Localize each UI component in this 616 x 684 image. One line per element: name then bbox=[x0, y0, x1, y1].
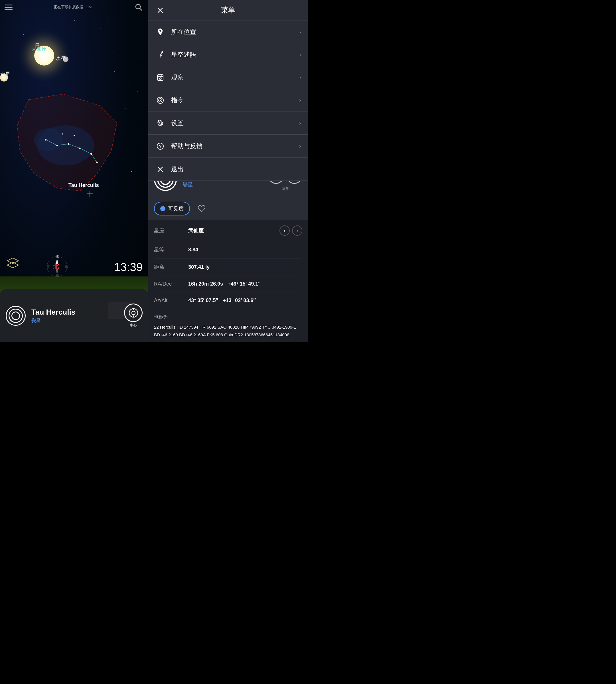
constellation-prev[interactable]: ‹ bbox=[280, 225, 290, 236]
detail-actions: 可见度 bbox=[148, 197, 308, 220]
center-button-wrap: 中心 bbox=[124, 303, 142, 328]
svg-text:南: 南 bbox=[56, 274, 59, 277]
chevron-settings: › bbox=[299, 120, 301, 126]
bottom-info-bar: Tau Herculis 變星 中心 bbox=[0, 289, 148, 342]
dec-value: +46° 15′ 49.1″ bbox=[227, 281, 261, 287]
azalt-label: Az/Alt bbox=[154, 298, 182, 303]
radec-values: 16h 20m 26.0s +46° 15′ 49.1″ bbox=[188, 281, 302, 287]
tau-crosshair bbox=[87, 191, 93, 197]
help-icon: ? bbox=[155, 141, 166, 151]
visibility-button[interactable]: 可见度 bbox=[154, 202, 190, 215]
distance-label: 距离 bbox=[154, 264, 182, 271]
menu-label-quit: 退出 bbox=[171, 165, 301, 174]
azalt-values: 43° 35′ 07.5″ +13° 02′ 03.6″ bbox=[188, 298, 302, 303]
bottom-star-type: 變星 bbox=[31, 318, 118, 324]
svg-line-1 bbox=[140, 8, 142, 10]
menu-label-settings: 设置 bbox=[171, 119, 293, 128]
settings-icon bbox=[155, 118, 166, 128]
also-known-section: 也称为 22 Herculis HD 147394 HR 6092 SAO 46… bbox=[148, 309, 308, 342]
constellation-label: 大熊座 bbox=[31, 46, 47, 52]
detail-star-type: 變星 bbox=[182, 181, 262, 188]
distance-row: 距离 307.41 ly bbox=[154, 258, 302, 276]
menu-title: 菜单 bbox=[166, 5, 291, 15]
svg-marker-18 bbox=[56, 258, 59, 265]
also-known-values: 22 Herculis HD 147394 HR 6092 SAO 46028 … bbox=[154, 323, 302, 339]
star-icon-left bbox=[6, 306, 26, 326]
constellation-row: 星座 武仙座 ‹ › bbox=[154, 220, 302, 241]
menu-header: 菜单 bbox=[148, 0, 308, 21]
observe-icon bbox=[155, 72, 166, 83]
hamburger-menu[interactable] bbox=[4, 4, 13, 10]
bottom-info-text: Tau Herculis 變星 bbox=[31, 308, 118, 324]
svg-text:北: 北 bbox=[56, 255, 59, 258]
menu-close-button[interactable] bbox=[155, 5, 166, 15]
location-icon bbox=[155, 27, 166, 37]
magnitude-row: 星等 3.84 bbox=[154, 241, 302, 258]
menu-item-location[interactable]: 所在位置 › bbox=[148, 21, 308, 43]
detail-panel: Tau Herculis 變星 − + 缩放 可见度 bbox=[148, 162, 308, 342]
svg-point-34 bbox=[159, 30, 161, 32]
svg-text:?: ? bbox=[159, 144, 162, 149]
chevron-observe: › bbox=[299, 74, 301, 81]
visibility-label: 可见度 bbox=[168, 205, 184, 212]
alt-value: +13° 02′ 03.6″ bbox=[223, 298, 256, 303]
chevron-help: › bbox=[299, 143, 301, 149]
svg-point-41 bbox=[159, 78, 161, 79]
detail-data: 星座 武仙座 ‹ › 星等 3.84 距离 307.41 ly RA/Dec bbox=[148, 220, 308, 309]
starwalk-icon bbox=[155, 50, 166, 60]
zoom-label: 缩放 bbox=[282, 186, 289, 191]
menu-item-settings[interactable]: 设置 › bbox=[148, 112, 308, 135]
svg-point-27 bbox=[132, 311, 135, 315]
quit-icon bbox=[155, 164, 166, 175]
svg-point-48 bbox=[160, 100, 161, 101]
center-button[interactable] bbox=[124, 303, 142, 322]
az-value: 43° 35′ 07.5″ bbox=[188, 298, 218, 303]
bottom-star-name: Tau Herculis bbox=[31, 308, 118, 317]
menu-item-starwalk[interactable]: 星空述語 › bbox=[148, 43, 308, 66]
top-bar-left: 正在下载扩展数据：1% bbox=[0, 0, 148, 14]
also-known-label: 也称为 bbox=[154, 314, 302, 320]
menu-label-help: 帮助与反馈 bbox=[171, 142, 293, 151]
tau-label-map: Tau Herculis bbox=[68, 182, 99, 188]
svg-point-49 bbox=[159, 122, 161, 124]
left-panel: 正在下载扩展数据：1% 日 水星 金星 bbox=[0, 0, 148, 342]
distance-value: 307.41 ly bbox=[188, 264, 302, 270]
svg-marker-24 bbox=[7, 258, 19, 264]
favorite-button[interactable] bbox=[195, 202, 209, 216]
chevron-starwalk: › bbox=[299, 51, 301, 58]
menu-item-help[interactable]: ? 帮助与反馈 › bbox=[148, 135, 308, 158]
constellation-next[interactable]: › bbox=[292, 225, 302, 236]
svg-point-35 bbox=[161, 51, 163, 53]
search-button[interactable] bbox=[133, 2, 144, 12]
menu-label-observe: 观察 bbox=[171, 73, 293, 82]
chevron-command: › bbox=[299, 97, 301, 104]
venus-label: 金星 bbox=[0, 71, 10, 77]
center-label: 中心 bbox=[130, 323, 137, 328]
menu-panel: 菜单 所在位置 › 星空述語 › bbox=[148, 0, 308, 181]
layers-button[interactable] bbox=[6, 256, 20, 271]
menu-item-observe[interactable]: 观察 › bbox=[148, 66, 308, 89]
compass-area: 北 南 东 西 bbox=[46, 255, 68, 278]
magnitude-value: 3.84 bbox=[188, 247, 302, 253]
command-icon bbox=[155, 95, 166, 106]
time-display: 13:39 bbox=[114, 261, 142, 274]
right-panel: 正在下载扩展数据：2% 菜单 所在位置 › bbox=[148, 0, 308, 342]
menu-label-command: 指令 bbox=[171, 96, 293, 105]
visibility-dot bbox=[160, 206, 166, 211]
azalt-row: Az/Alt 43° 35′ 07.5″ +13° 02′ 03.6″ bbox=[154, 292, 302, 309]
menu-label-starwalk: 星空述語 bbox=[171, 50, 293, 59]
magnitude-label: 星等 bbox=[154, 246, 182, 253]
ra-value: 16h 20m 26.0s bbox=[188, 281, 223, 287]
radec-row: RA/Dec 16h 20m 26.0s +46° 15′ 49.1″ bbox=[154, 276, 302, 292]
mercury-label: 水星 bbox=[56, 55, 66, 62]
constellation-nav: ‹ › bbox=[280, 225, 302, 236]
menu-item-quit[interactable]: 退出 bbox=[148, 158, 308, 181]
menu-label-location: 所在位置 bbox=[171, 28, 293, 36]
chevron-location: › bbox=[299, 28, 301, 35]
svg-text:西: 西 bbox=[46, 265, 50, 268]
menu-item-command[interactable]: 指令 › bbox=[148, 89, 308, 112]
download-status-left: 正在下载扩展数据：1% bbox=[53, 4, 92, 10]
radec-label: RA/Dec bbox=[154, 281, 182, 287]
svg-text:东: 东 bbox=[65, 265, 68, 268]
constellation-label: 星座 bbox=[154, 227, 182, 234]
